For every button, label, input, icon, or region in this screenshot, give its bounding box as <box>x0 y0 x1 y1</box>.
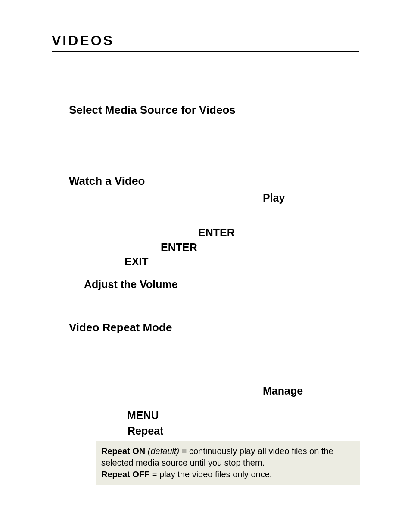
keyword-menu: MENU <box>127 409 159 422</box>
repeat-on-line: Repeat ON (default) = continuously play … <box>101 445 355 469</box>
repeat-mode-info-box: Repeat ON (default) = continuously play … <box>96 441 360 485</box>
keyword-manage: Manage <box>263 385 303 397</box>
repeat-on-label: Repeat ON <box>101 446 145 456</box>
page-title: VIDEOS <box>52 33 359 49</box>
keyword-enter-2: ENTER <box>161 241 197 254</box>
keyword-enter-1: ENTER <box>198 227 235 239</box>
heading-select-media-source: Select Media Source for Videos <box>69 103 236 117</box>
heading-video-repeat-mode: Video Repeat Mode <box>69 321 172 334</box>
repeat-off-label: Repeat OFF <box>101 470 149 479</box>
keyword-repeat: Repeat <box>128 425 163 437</box>
keyword-play: Play <box>263 192 285 204</box>
repeat-default-label: (default) <box>148 446 179 456</box>
repeat-off-description: = play the video files only once. <box>149 470 272 479</box>
keyword-exit: EXIT <box>125 255 149 268</box>
repeat-off-line: Repeat OFF = play the video files only o… <box>101 469 355 480</box>
page-header: VIDEOS <box>52 33 359 52</box>
heading-adjust-volume: Adjust the Volume <box>84 278 178 291</box>
heading-watch-video: Watch a Video <box>69 174 145 188</box>
